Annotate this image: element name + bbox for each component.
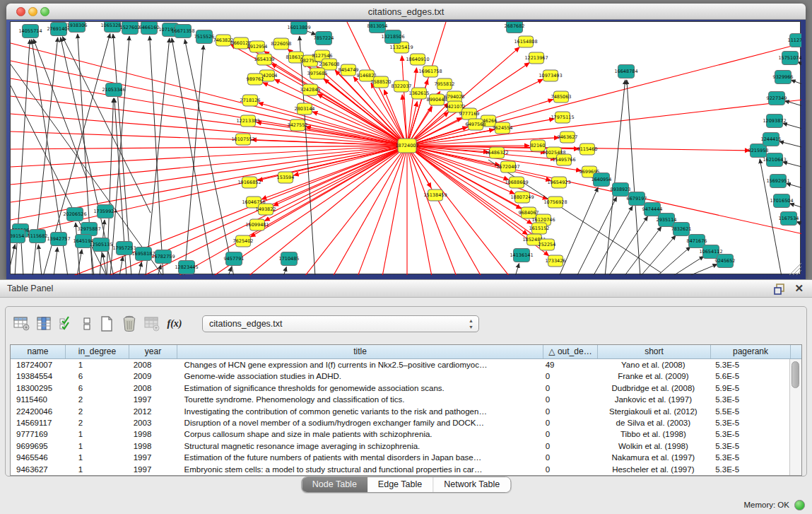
- graph-node[interactable]: 9227349: [767, 92, 787, 105]
- table-selector-dropdown[interactable]: citations_edges.txt ▲▼: [202, 315, 479, 332]
- graph-node[interactable]: 7857224: [314, 32, 334, 45]
- graph-edge[interactable]: [184, 45, 204, 275]
- graph-node[interactable]: 9115460: [577, 144, 598, 155]
- graph-node[interactable]: 16782759: [151, 250, 175, 264]
- graph-edge[interactable]: [358, 146, 407, 275]
- graph-node[interactable]: 1167534: [779, 212, 799, 226]
- network-window-titlebar[interactable]: citations_edges.txt: [6, 4, 806, 20]
- graph-node[interactable]: 17359924: [93, 205, 117, 218]
- resize-grip[interactable]: [789, 263, 801, 275]
- column-select-icon[interactable]: [35, 315, 54, 332]
- graph-node[interactable]: 252254: [539, 239, 556, 250]
- table-row[interactable]: 946362711997Embryonic stem cells: a mode…: [11, 464, 789, 475]
- graph-node[interactable]: 13218506: [381, 30, 404, 44]
- graph-node[interactable]: 7625402: [233, 235, 254, 247]
- graph-node[interactable]: 18640910: [406, 54, 429, 65]
- import-table-icon[interactable]: [143, 315, 161, 332]
- graph-edge[interactable]: [11, 245, 15, 275]
- graph-node[interactable]: 6679197: [627, 192, 647, 206]
- graph-edge[interactable]: [783, 123, 801, 131]
- graph-node[interactable]: 7832621: [671, 223, 692, 236]
- graph-edge[interactable]: [779, 141, 801, 149]
- graph-node[interactable]: 19654923: [547, 177, 570, 188]
- graph-node[interactable]: 1733426: [546, 255, 566, 267]
- graph-node[interactable]: 9245652: [715, 255, 736, 268]
- graph-node[interactable]: 16210643: [763, 153, 786, 167]
- memory-status-indicator[interactable]: [794, 500, 805, 510]
- graph-edge[interactable]: [787, 183, 801, 190]
- column-header-in-degree[interactable]: in_degree: [66, 345, 129, 358]
- graph-edge[interactable]: [640, 235, 676, 275]
- graph-node[interactable]: 21053346: [102, 83, 125, 97]
- graph-node[interactable]: 17016504: [770, 194, 793, 208]
- graph-edge[interactable]: [119, 257, 123, 275]
- graph-edge[interactable]: [783, 162, 801, 169]
- graph-node[interactable]: 2718126: [240, 95, 261, 106]
- graph-node[interactable]: 14136141: [510, 249, 533, 262]
- graph-node[interactable]: 32975887: [77, 223, 100, 236]
- delete-icon[interactable]: [120, 315, 139, 332]
- graph-node[interactable]: 1615152: [529, 223, 550, 234]
- graph-edge[interactable]: [608, 216, 647, 275]
- graph-edge[interactable]: [139, 262, 141, 275]
- graph-node[interactable]: 1112734: [788, 34, 801, 47]
- graph-edge[interactable]: [407, 146, 432, 275]
- table-row[interactable]: 969969511998Structural magnetic resonanc…: [11, 440, 789, 452]
- table-row[interactable]: 911546021997Tourette syndrome. Phenomeno…: [11, 394, 789, 405]
- table-row[interactable]: 1938455462009Genome-wide association stu…: [11, 370, 789, 382]
- graph-node[interactable]: 16648784: [614, 65, 637, 78]
- graph-node[interactable]: 9329966: [773, 71, 794, 84]
- table-row[interactable]: 977716911998Corpus callosum shape and si…: [11, 428, 789, 440]
- column-header-pagerank[interactable]: pagerank: [711, 345, 791, 358]
- graph-node[interactable]: 9463627: [558, 132, 578, 143]
- graph-node[interactable]: 10688609: [505, 177, 528, 188]
- graph-node[interactable]: 16671358: [171, 25, 194, 38]
- tab-network-table[interactable]: Network Table: [433, 477, 510, 492]
- scrollbar-thumb[interactable]: [792, 361, 799, 388]
- graph-node[interactable]: 1527602: [120, 22, 141, 35]
- graph-edge[interactable]: [158, 265, 161, 275]
- graph-edge[interactable]: [407, 43, 801, 146]
- table-row[interactable]: 1456911722003Disruption of a novel membe…: [11, 417, 789, 428]
- tab-node-table[interactable]: Node Table: [302, 477, 367, 492]
- graph-node[interactable]: 18724007: [395, 139, 418, 153]
- network-view[interactable]: 1872400782260588186328982750881275462367…: [10, 21, 801, 274]
- graph-edge[interactable]: [657, 247, 690, 275]
- graph-edge[interactable]: [113, 34, 131, 275]
- graph-node[interactable]: 3975685: [307, 68, 328, 79]
- table-row[interactable]: 1872400712008Changes of HCN gene express…: [11, 359, 789, 370]
- graph-node[interactable]: 12213967: [524, 52, 548, 64]
- graph-edge[interactable]: [407, 146, 481, 275]
- select-rows-icon[interactable]: [58, 315, 76, 332]
- graph-node[interactable]: 13942757: [47, 233, 70, 246]
- table-row[interactable]: 2242004622012Investigating the contribut…: [11, 406, 789, 417]
- function-builder-icon[interactable]: f(x): [165, 315, 184, 332]
- graph-edge[interactable]: [407, 68, 417, 146]
- graph-edge[interactable]: [11, 43, 407, 146]
- graph-node[interactable]: 39154: [11, 230, 25, 243]
- graph-node[interactable]: 1654339: [254, 54, 275, 65]
- graph-edge[interactable]: [271, 64, 407, 146]
- graph-edge[interactable]: [283, 267, 286, 275]
- float-panel-icon[interactable]: [774, 284, 785, 295]
- graph-node[interactable]: 7515526: [194, 30, 215, 44]
- graph-node[interactable]: 15751074: [778, 52, 801, 65]
- column-header-title[interactable]: title: [177, 345, 543, 358]
- column-header-name[interactable]: name: [11, 345, 66, 358]
- column-header-year[interactable]: year: [129, 345, 177, 358]
- graph-node[interactable]: 7955812: [435, 78, 455, 90]
- graph-node[interactable]: 1938306: [67, 22, 88, 33]
- graph-node[interactable]: 1244415: [761, 133, 782, 146]
- graph-node[interactable]: 1588520: [371, 76, 392, 88]
- network-canvas[interactable]: 1872400782260588186328982750881275462367…: [11, 22, 801, 275]
- graph-node[interactable]: 15692951: [766, 175, 789, 188]
- graph-node[interactable]: 14055714: [18, 25, 42, 38]
- graph-node[interactable]: 2687682: [505, 22, 525, 33]
- graph-edge[interactable]: [228, 267, 231, 275]
- graph-node[interactable]: 16486322: [485, 147, 508, 158]
- graph-edge[interactable]: [796, 221, 801, 227]
- graph-node[interactable]: 1493822: [256, 204, 276, 215]
- graph-node[interactable]: 8912954: [247, 41, 268, 52]
- new-document-icon[interactable]: [98, 315, 116, 332]
- graph-node[interactable]: 12093872: [763, 115, 786, 128]
